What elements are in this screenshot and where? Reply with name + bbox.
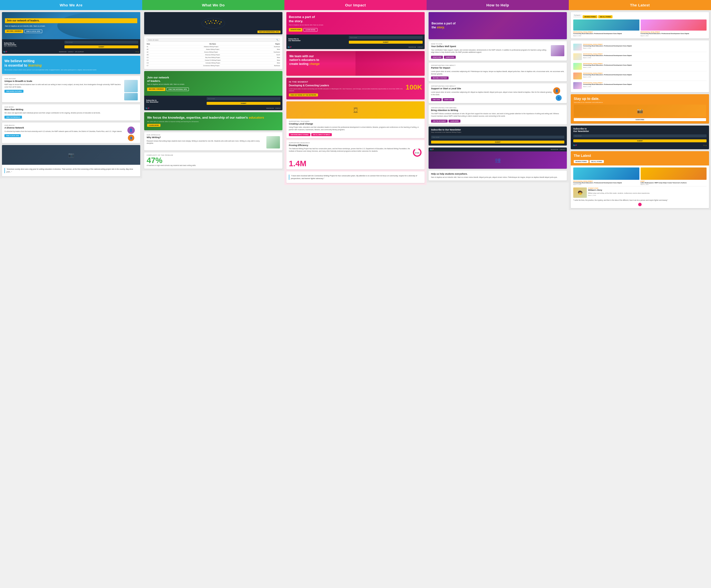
news-title-s2-2: Little Shakespeare: NWP Camp Helps Creat… [641, 182, 707, 184]
news-item-sec2-2: Event Little Shakespeare: NWP Camp Helps… [641, 167, 707, 185]
who-unique-title: Unique in Breadth & Scale [4, 80, 123, 83]
who-email-input[interactable] [64, 41, 138, 44]
stay-subscribe-btn[interactable]: Subscribe [574, 118, 706, 121]
who-unique-card: Our History Unique in Breadth & Scale NW… [2, 76, 140, 103]
impact-leaders-btn[interactable]: Find out more of the network [289, 93, 318, 96]
impact-14m-stat: 1.4M [289, 160, 422, 167]
help-attention-learn-btn[interactable]: Learn more [449, 120, 460, 122]
who-hero-subtitle: Nam et dapibus ad orci lobortis nibh. Na… [5, 25, 137, 27]
what-stat-card: Complexity of the Problem 47% of teacher… [144, 153, 282, 169]
what-focus-subtitle: We unite with an authentic effort to imp… [147, 121, 279, 122]
latest-subscribe-card: Subscribe toOur Newsletter Submit N·P f … [571, 126, 709, 149]
svg-line-16 [215, 23, 220, 24]
latest-see-all-btn[interactable]: See All Stories [598, 15, 612, 18]
williams-story-text: William plays and writing, all the littl… [588, 192, 707, 194]
what-focus-btn[interactable]: Learn More [147, 124, 160, 127]
impact-email-input[interactable] [349, 36, 423, 39]
what-national-btn[interactable]: Find the national site [166, 88, 189, 91]
help-subscribe-title: Subscribe to Our Newsletter [431, 129, 564, 131]
table-row: CABay Area Writing ProjectWest [147, 56, 280, 59]
help-learn-btn[interactable]: Learn more [444, 56, 456, 59]
svg-point-2 [208, 20, 208, 21]
who-photo-card: 📷 "American society done was a big year … [2, 145, 140, 176]
who-submit-btn[interactable]: Submit [64, 45, 138, 48]
search-icon: 🔍 [276, 39, 278, 41]
what-submit-btn[interactable]: Submit [207, 102, 280, 105]
svg-point-3 [210, 21, 211, 22]
impact-hero-title: Become a part ofthe story. [289, 15, 422, 23]
stay-subtitle: Subscribe to our newsletter and publicat… [574, 101, 706, 103]
latest-section2-card: The Latest Browse Stories See All Storie… [571, 151, 709, 208]
help-submit-btn[interactable]: Submit [431, 141, 564, 143]
state-search-input[interactable] [148, 39, 276, 41]
help-attention-title: Bring Attention to Writing [431, 109, 564, 112]
main-container: Who We Are Join our network of leaders. … [0, 0, 711, 588]
help-donate-btn[interactable]: Donate now [431, 56, 443, 59]
what-why-card: Our Approach Why Writing? Research shows… [144, 132, 282, 151]
what-complexity-label: Complexity of the Problem [147, 154, 280, 156]
col-impact: Our Impact Become a part ofthe story. Na… [284, 0, 427, 588]
help-email-input[interactable] [431, 136, 564, 139]
who-diverse-text: Co-directed by leaders from the local un… [4, 130, 123, 133]
impact-subscribe-title: Subscribe toOur Newsletter [288, 38, 301, 41]
who-diverse-card: Our Reach A Diverse Network Co-directed … [2, 122, 140, 143]
latest-browse-btn[interactable]: Browse Stories [583, 15, 598, 18]
impact-team-card: We team with ournation's educators tocre… [286, 51, 425, 76]
news-date-s2-2: March 2, 2019 [641, 184, 707, 185]
impact-quote-card: "I have been involved with the Connectic… [286, 172, 425, 183]
help-students-card: Help us help students everywhere. Nam et… [429, 171, 567, 181]
pink-circle-decoration [638, 203, 642, 206]
latest-see-all-btn2[interactable]: See All Stories [589, 160, 604, 163]
help-join-btn[interactable]: Join the movement [431, 120, 448, 122]
who-belief-text: We believe writingis essential to learni… [4, 59, 138, 68]
who-diverse-btn[interactable]: Find a local site [4, 134, 21, 137]
col-impact-header: Our Impact [284, 0, 427, 10]
impact-efficiency-title: Proving Efficiency [289, 144, 422, 147]
what-become-btn[interactable]: Become a member [147, 88, 166, 91]
latest-email-input[interactable] [573, 134, 707, 137]
col-what-header: What We Do [142, 0, 284, 10]
who-unique-label: Our History [4, 78, 138, 80]
svg-point-8 [207, 23, 207, 24]
who-diverse-label: Our Reach [4, 125, 138, 126]
impact-leaders-card: IN THE MOMENT Developing & Connecting Le… [286, 78, 425, 99]
impact-leaders-text: Lorem ipsum dolor sit amet connecting ov… [289, 88, 404, 92]
news-item-large-2: Professional Development Connecting Rura… [641, 20, 707, 37]
impact-view-stories-btn[interactable]: View more impact stories [289, 133, 310, 136]
what-email-input[interactable] [207, 97, 280, 100]
what-green-hero-card: Join our networkof leaders. Nam et dapib… [144, 71, 282, 110]
impact-hero-card: Become a part ofthe story. Nam et dapibu… [286, 12, 425, 49]
table-row: ARArkansas Writing ProjectSouth [147, 53, 280, 56]
who-unique-btn[interactable]: View more features [4, 90, 23, 93]
help-attention-card: Opportunities for Writing Bring Attentio… [429, 105, 567, 125]
help-partner-label: Opportunities for Impact [431, 65, 564, 66]
impact-local-text: Using Project sites, educators use their… [289, 126, 422, 131]
who-quote: "American society done was a big year fo… [4, 168, 138, 173]
williams-story-date: March 2, 2019 [588, 195, 707, 196]
news-title-2: Connecting Rural Educators: Professional… [641, 33, 707, 35]
impact-learn-btn[interactable]: Learn more [303, 28, 317, 31]
impact-submit-btn[interactable]: Submit [349, 41, 423, 44]
who-become-member-btn[interactable]: Become a member [5, 29, 23, 33]
help-partner-btn[interactable]: Become a partner [431, 76, 449, 80]
who-find-site-btn[interactable]: Find a local site [24, 29, 42, 33]
help-find-site-btn[interactable]: Find a site [431, 98, 441, 101]
state-table: State Site Name Region ALAlabama Writing… [147, 43, 280, 67]
what-map-card: VIEW OUR INTERNATIONAL SITES [144, 12, 282, 34]
what-hero-headline: Join our networkof leaders. [147, 76, 279, 83]
latest-browse-stories-btn[interactable]: Browse Stories [574, 160, 588, 163]
map-svg [158, 16, 268, 31]
col-who-header: Who We Are [0, 0, 142, 10]
who-writing-btn[interactable]: View testimonials [4, 116, 22, 119]
news-item: Professional Development Connecting Rura… [573, 52, 707, 62]
news-title-s2: Connecting Rural Educators: Professional… [573, 182, 640, 184]
latest-submit-btn[interactable]: Submit [573, 139, 707, 142]
impact-all-impact-btn[interactable]: See all impact of impact [311, 133, 332, 136]
table-row: COColorado Writing ProjectWest [147, 62, 280, 64]
news-date-2: March 2, 2019 [641, 35, 707, 37]
view-local-btn[interactable]: VIEW OUR INTERNATIONAL SITES [258, 30, 280, 33]
help-dollars-title: Your Dollars Well Spent [431, 45, 549, 48]
help-start-site-btn[interactable]: Start a site [443, 98, 454, 101]
svg-point-10 [212, 22, 212, 23]
impact-donate-btn[interactable]: Donate now [289, 28, 302, 31]
